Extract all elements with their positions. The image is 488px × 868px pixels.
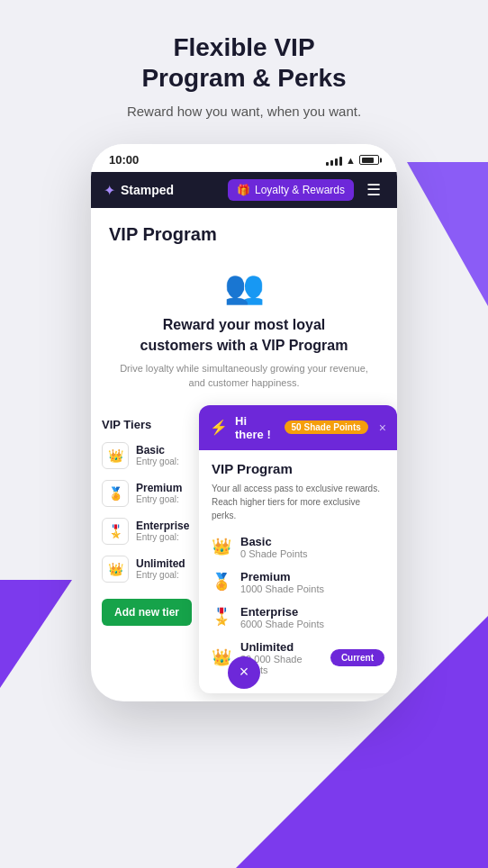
card-tier-points-premium: 1000 Shade Points [240, 583, 324, 594]
tier-info-premium: Premium Entry goal: [136, 482, 182, 504]
battery-icon [359, 155, 379, 165]
tier-icon-unlimited: 👑 [102, 556, 129, 583]
card-tier-icon-enterprise: 🎖️ [212, 607, 231, 627]
tier-entry-basic: Entry goal: [136, 457, 179, 466]
card-tier-name-unlimited: Unlimited [240, 640, 321, 654]
reward-text-line1: Reward your most loyal [163, 317, 326, 332]
tier-entry-enterprise: Entry goal: [136, 532, 189, 542]
tier-info-unlimited: Unlimited Entry goal: [136, 557, 185, 580]
vip-icon-area: 👥 [91, 254, 397, 315]
card-tier-premium: 🏅 Premium 1000 Shade Points [212, 570, 384, 594]
nav-loyalty-tab[interactable]: 🎁 Loyalty & Rewards [228, 179, 354, 201]
card-tier-icon-premium: 🏅 [212, 572, 231, 592]
vip-header: VIP Program [91, 208, 397, 254]
tier-name-basic: Basic [136, 444, 179, 457]
card-tier-icon-unlimited: 👑 [212, 647, 231, 667]
card-tier-icon-basic: 👑 [212, 537, 231, 556]
card-header: ⚡ Hi there ! 50 Shade Points × [199, 405, 397, 450]
tier-icon-enterprise: 🎖️ [102, 518, 129, 545]
status-time: 10:00 [109, 153, 139, 167]
nav-bar: ✦ Stamped 🎁 Loyalty & Rewards ☰ [91, 172, 397, 208]
add-new-tier-button[interactable]: Add new tier [102, 599, 192, 626]
status-bar: 10:00 ▲ [91, 144, 397, 172]
tier-entry-premium: Entry goal: [136, 494, 182, 504]
card-tier-name-enterprise: Enterprise [240, 605, 324, 619]
tier-name-unlimited: Unlimited [136, 557, 185, 570]
loyalty-tab-text: Loyalty & Rewards [255, 184, 345, 196]
reward-text-line2: customers with a VIP Program [140, 338, 348, 353]
card-body: VIP Program Your all access pass to excl… [199, 450, 397, 693]
tier-name-premium: Premium [136, 482, 182, 494]
card-tier-name-basic: Basic [240, 535, 308, 548]
phone-mockup: 10:00 ▲ ✦ Stamped 🎁 [91, 144, 397, 701]
vip-people-icon: 👥 [224, 268, 265, 306]
tier-entry-unlimited: Entry goal: [136, 570, 185, 580]
tier-name-enterprise: Enterprise [136, 520, 189, 532]
card-tier-points-basic: 0 Shade Points [240, 548, 308, 559]
close-circle-button[interactable]: × [228, 656, 260, 689]
vip-reward-text: Reward your most loyal customers with a … [91, 315, 397, 356]
card-close-button[interactable]: × [379, 420, 386, 435]
page-headline: Flexible VIP Program & Perks [141, 32, 346, 93]
tier-icon-basic: 👑 [102, 442, 129, 469]
headline-line1: Flexible VIP [173, 33, 314, 61]
card-tier-info-premium: Premium 1000 Shade Points [240, 570, 324, 594]
stamped-logo-icon: ✦ [104, 182, 115, 199]
status-icons: ▲ [326, 155, 379, 166]
card-tier-info-basic: Basic 0 Shade Points [240, 535, 308, 559]
tier-info-basic: Basic Entry goal: [136, 444, 179, 466]
card-logo-icon: ⚡ [210, 419, 228, 436]
bottom-section: VIP Tiers 👑 Basic Entry goal: 🏅 Premium … [91, 405, 397, 638]
card-program-title: VIP Program [212, 461, 384, 476]
card-tier-points-enterprise: 6000 Shade Points [240, 619, 324, 629]
vip-sub-text: Drive loyalty while simultaneously growi… [91, 356, 397, 396]
tier-info-enterprise: Enterprise Entry goal: [136, 520, 189, 542]
nav-menu-icon[interactable]: ☰ [363, 180, 384, 200]
loyalty-tab-icon: 🎁 [237, 184, 250, 196]
wifi-icon: ▲ [346, 155, 356, 166]
card-tier-name-premium: Premium [240, 570, 324, 583]
headline-line2: Program & Perks [141, 64, 346, 92]
page-container: Flexible VIP Program & Perks Reward how … [0, 0, 488, 701]
card-hi-text: Hi there ! [235, 414, 277, 441]
card-tier-basic: 👑 Basic 0 Shade Points [212, 535, 384, 559]
card-description: Your all access pass to exclusive reward… [212, 482, 384, 522]
nav-logo-text: Stamped [121, 183, 174, 197]
current-tier-button[interactable]: Current [330, 649, 384, 666]
card-tier-enterprise: 🎖️ Enterprise 6000 Shade Points [212, 605, 384, 629]
card-points-badge: 50 Shade Points [285, 420, 368, 434]
page-subtitle: Reward how you want, when you want. [127, 104, 361, 119]
nav-logo: ✦ Stamped [104, 182, 219, 199]
tier-icon-premium: 🏅 [102, 480, 129, 507]
signal-icon [326, 155, 342, 166]
card-tier-info-enterprise: Enterprise 6000 Shade Points [240, 605, 324, 629]
vip-overlay-card: ⚡ Hi there ! 50 Shade Points × VIP Progr… [199, 405, 397, 693]
vip-program-title: VIP Program [109, 224, 379, 245]
